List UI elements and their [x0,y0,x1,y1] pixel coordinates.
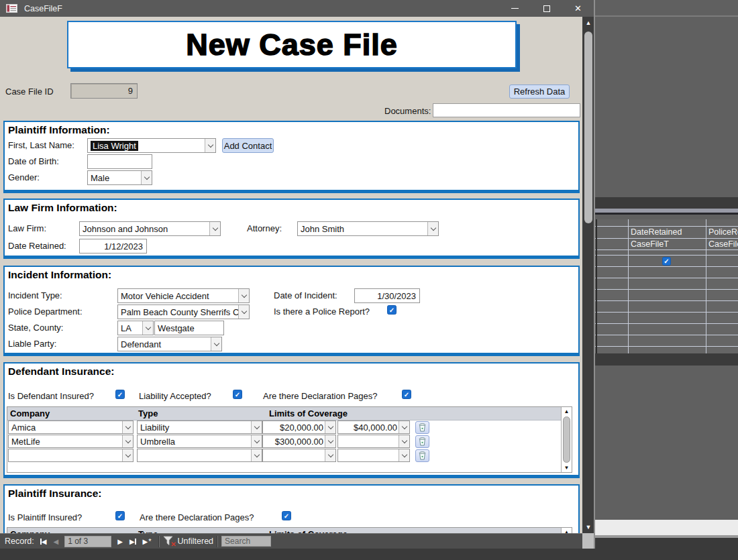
scrollbar-thumb[interactable] [563,416,570,463]
company-column-header: Company [10,408,50,418]
incident-type-combobox[interactable]: Motor Vehicle Accident [117,288,250,303]
refresh-data-button[interactable]: Refresh Data [509,85,570,99]
limits-column-header: Limits of Coverage [269,408,348,418]
delete-row-button[interactable] [415,449,429,462]
trash-icon [419,437,426,446]
company-combobox[interactable]: MetLife [8,435,134,448]
plaintiff-insured-checkbox[interactable] [115,511,125,520]
chevron-down-icon[interactable] [122,435,133,447]
chevron-down-icon[interactable] [427,222,438,235]
chevron-down-icon[interactable] [238,289,249,302]
county-input[interactable]: Westgate [154,321,224,335]
previous-record-button[interactable]: ◀ [50,534,62,549]
separator [158,536,160,547]
gender-label: Gender: [8,172,40,182]
declaration-pages-checkbox[interactable] [282,511,291,520]
limit2-value: $40,000.00 [338,423,399,433]
chevron-down-icon[interactable] [205,139,215,152]
minimize-button[interactable] [499,0,531,17]
police-report-checkbox[interactable] [387,305,397,315]
date-of-incident-input[interactable]: 1/30/2023 [354,288,420,303]
chevron-down-icon[interactable] [325,449,335,461]
chevron-down-icon[interactable] [122,449,133,461]
chevron-down-icon[interactable] [251,449,262,461]
limit1-combobox[interactable]: $20,000.00 [262,421,336,434]
chevron-down-icon[interactable] [211,337,221,351]
documents-label: Documents: [384,106,431,116]
gender-combobox[interactable]: Male [87,170,152,185]
chevron-down-icon[interactable] [209,222,220,235]
filter-icon[interactable]: ✕ [163,536,175,547]
liable-party-combobox[interactable]: Defendant [117,337,222,351]
form-scrollbar[interactable]: ▲ ▼ [582,17,594,533]
subform-scrollbar[interactable]: ▲ ▼ [561,407,572,472]
last-record-button[interactable]: ▶ [126,534,140,549]
state-combobox[interactable]: LA [117,321,154,335]
show-checkbox[interactable] [662,257,671,266]
declaration-pages-checkbox[interactable] [402,390,411,399]
date-retained-input[interactable]: 1/12/2023 [79,239,147,254]
name-combobox[interactable]: Lisa Wright [87,138,216,153]
limit1-combobox[interactable]: $300,000.00 [262,435,336,448]
grid-row [595,278,738,290]
grid-row [595,301,738,313]
grid-cell-table: CaseFileT [631,239,669,249]
delete-row-button[interactable] [415,421,429,434]
minimize-icon [511,8,519,9]
dob-input[interactable] [87,154,152,169]
gender-value: Male [88,173,141,183]
scroll-up-icon[interactable]: ▲ [582,19,594,26]
type-combobox[interactable]: Umbrella [137,435,262,448]
police-dept-combobox[interactable]: Palm Beach County Sherrifs C [117,304,250,319]
record-label: Record: [5,537,34,546]
new-record-button[interactable]: ▶* [140,534,155,549]
filter-status[interactable]: Unfiltered [178,537,214,546]
add-contact-button[interactable]: Add Contact [222,138,274,153]
scrollbar-thumb[interactable] [584,32,592,223]
scroll-down-icon[interactable]: ▼ [582,524,594,530]
type-combobox[interactable]: Liability [137,421,262,434]
chevron-down-icon[interactable] [399,449,409,461]
documents-input[interactable] [433,103,580,117]
chevron-down-icon[interactable] [251,435,262,447]
search-input[interactable] [221,536,271,547]
scroll-up-icon[interactable]: ▲ [562,408,572,414]
trash-icon [419,451,426,460]
state-value: LA [118,323,142,333]
limit2-combobox[interactable]: $40,000.00 [337,421,410,434]
police-report-label: Is there a Police Report? [274,306,370,317]
incident-type-label: Incident Type: [8,290,62,300]
type-combobox[interactable] [137,449,262,462]
company-combobox[interactable]: Amica [8,421,134,434]
liability-accepted-checkbox[interactable] [233,390,242,399]
chevron-down-icon[interactable] [325,421,335,433]
chevron-down-icon[interactable] [142,321,153,335]
chevron-down-icon[interactable] [122,421,133,433]
plaintiff-insurance-heading: Plaintiff Insurance: [8,488,102,500]
chevron-down-icon[interactable] [399,421,409,433]
next-record-button[interactable]: ▶ [114,534,126,549]
chevron-down-icon[interactable] [399,435,409,447]
window-title: CaseFileF [24,4,62,13]
attorney-combobox[interactable]: John Smith [297,221,439,236]
limit1-value: $20,000.00 [263,423,325,433]
company-combobox[interactable] [8,449,134,462]
chevron-down-icon[interactable] [325,435,335,447]
grid-row [595,324,738,335]
limit2-combobox[interactable] [337,449,410,462]
window-titlebar[interactable]: CaseFileF ✕ [0,0,594,17]
delete-row-button[interactable] [415,435,429,448]
defendant-insured-checkbox[interactable] [115,390,125,399]
first-record-button[interactable]: ◀ [37,534,50,549]
maximize-button[interactable] [531,0,562,17]
law-firm-combobox[interactable]: Johnson and Johnson [79,221,221,236]
chevron-down-icon[interactable] [251,421,262,433]
scroll-down-icon[interactable]: ▼ [562,465,572,471]
chevron-down-icon[interactable] [238,305,249,319]
record-position-input[interactable] [64,536,111,547]
limit1-combobox[interactable] [262,449,336,462]
chevron-down-icon[interactable] [141,171,152,184]
limit2-combobox[interactable] [337,435,410,448]
close-button[interactable]: ✕ [562,0,594,17]
defendant-insured-label: Is Defendant Insured? [8,391,94,401]
